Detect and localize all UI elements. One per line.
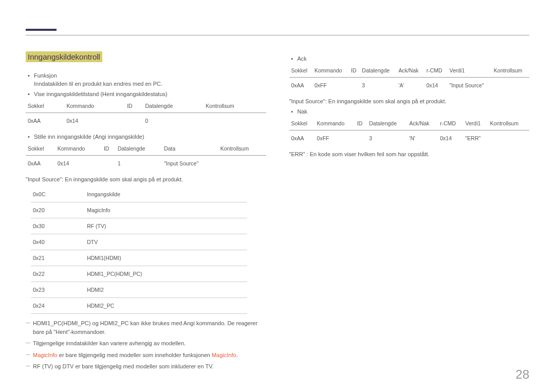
td: Inngangskilde	[85, 186, 247, 202]
magicinfo-red: MagicInfo	[33, 352, 58, 358]
th-kommando: Kommando	[315, 117, 355, 130]
th-acknak: Ack/Nak	[408, 117, 438, 130]
left-column: Inngangskildekontroll Funksjon Inndataki…	[26, 51, 266, 374]
th-kontrollsum: Kontrollsum	[492, 64, 529, 78]
note-3-end: .	[236, 352, 238, 358]
th-rcmd: r-CMD	[424, 64, 448, 78]
td: HDMI2	[85, 282, 247, 298]
td: "Input Source"	[162, 156, 218, 172]
td: 1	[116, 156, 162, 172]
input-source-desc-2: "Input Source": En inngangskilde som ska…	[289, 98, 530, 104]
td: HDMI1(HDMI)	[85, 250, 247, 266]
funksjon-desc: Inndatakilden til en produkt kan endres …	[34, 81, 266, 87]
td: 0xAA	[289, 78, 313, 94]
th-id: ID	[355, 117, 367, 130]
th-verdi1: Verdi1	[447, 64, 491, 78]
td: 3	[360, 78, 396, 94]
page-number: 28	[515, 367, 529, 382]
note-2: Tilgjengelige inndatakilder kan variere …	[33, 339, 266, 348]
td: MagicInfo	[85, 202, 247, 218]
th-acknak: Ack/Nak	[396, 64, 424, 78]
td: RF (TV)	[85, 218, 247, 234]
td	[355, 130, 367, 146]
td: 0xAA	[289, 130, 315, 146]
th-sokkel: Sokkel	[289, 117, 315, 130]
th-sokkel: Sokkel	[289, 64, 313, 78]
th-verdi1: Verdi1	[464, 117, 488, 130]
td: 0xAA	[26, 113, 64, 129]
th-kommando: Kommando	[64, 99, 125, 113]
table-stille: Sokkel Kommando ID Datalengde Data Kontr…	[26, 142, 266, 171]
td: HDMI2_PC	[85, 298, 247, 314]
th-id: ID	[102, 142, 116, 156]
nak-label: Nak	[298, 108, 530, 115]
td	[492, 78, 529, 94]
td: 0x21	[31, 250, 85, 266]
right-column: Ack Sokkel Kommando ID Datalengde Ack/Na…	[289, 51, 530, 374]
td	[203, 113, 266, 129]
input-source-desc: "Input Source": En inngangskilde som ska…	[26, 176, 266, 182]
section-title: Inngangskildekontroll	[26, 51, 102, 62]
td: 0x14	[64, 113, 125, 129]
td	[125, 113, 143, 129]
td	[488, 130, 529, 146]
ack-label: Ack	[298, 55, 530, 62]
td: 3	[367, 130, 407, 146]
td: 0	[143, 113, 204, 129]
td: 0x24	[31, 298, 85, 314]
magicinfo-red-2: MagicInfo	[212, 352, 236, 358]
td: 0x14	[438, 130, 463, 146]
table-vise: Sokkel Kommando ID Datalengde Kontrollsu…	[26, 99, 266, 128]
td: 0x14	[55, 156, 102, 172]
td: "ERR"	[464, 130, 488, 146]
top-border	[26, 35, 529, 35]
err-desc: "ERR" : En kode som viser hvilken feil s…	[289, 151, 530, 157]
note-3-mid: er bare tilgjengelig med modeller som in…	[58, 352, 212, 358]
th-kommando: Kommando	[312, 64, 349, 78]
td	[102, 156, 116, 172]
td	[349, 78, 360, 94]
table-nak: Sokkel Kommando ID Datalengde Ack/Nak r-…	[289, 117, 530, 146]
td: 0x40	[31, 234, 85, 250]
td: 0xFF	[312, 78, 349, 94]
th-id: ID	[349, 64, 360, 78]
td: 0x20	[31, 202, 85, 218]
th-datalengde: Datalengde	[143, 99, 204, 113]
th-kontrollsum: Kontrollsum	[203, 99, 266, 113]
td: 'A'	[396, 78, 424, 94]
td: DTV	[85, 234, 247, 250]
td: 0x22	[31, 266, 85, 282]
note-3: MagicInfo er bare tilgjengelig med model…	[33, 351, 266, 360]
th-kommando: Kommando	[55, 142, 102, 156]
th-id: ID	[125, 99, 143, 113]
th-datalengde: Datalengde	[116, 142, 162, 156]
table-sources: 0x0CInngangskilde 0x20MagicInfo 0x30RF (…	[31, 186, 247, 314]
th-datalengde: Datalengde	[367, 117, 407, 130]
th-kontrollsum: Kontrollsum	[218, 142, 266, 156]
td: "Input Source"	[447, 78, 491, 94]
td: 0x30	[31, 218, 85, 234]
td: 0xFF	[315, 130, 355, 146]
accent-bar	[26, 29, 57, 31]
th-kontrollsum: Kontrollsum	[488, 117, 529, 130]
vise-label: Vise inngangskildetilstand (Hent inngang…	[34, 91, 266, 97]
td: HDMI1_PC(HDMI_PC)	[85, 266, 247, 282]
th-datalengde: Datalengde	[360, 64, 396, 78]
th-rcmd: r-CMD	[438, 117, 463, 130]
td	[218, 156, 266, 172]
note-4: RF (TV) og DTV er bare tilgjengelig med …	[33, 362, 266, 371]
th-data: Data	[162, 142, 218, 156]
note-1: HDMI1_PC(HDMI_PC) og HDMI2_PC kan ikke b…	[33, 319, 266, 336]
td: 0x14	[424, 78, 448, 94]
th-sokkel: Sokkel	[26, 142, 55, 156]
td: 0x0C	[31, 186, 85, 202]
th-sokkel: Sokkel	[26, 99, 64, 113]
stille-label: Stille inn inngangskilde (Angi inngangsk…	[34, 134, 266, 140]
funksjon-label: Funksjon	[34, 72, 266, 79]
td: 'N'	[408, 130, 438, 146]
table-ack: Sokkel Kommando ID Datalengde Ack/Nak r-…	[289, 64, 530, 93]
td: 0xAA	[26, 156, 55, 172]
td: 0x23	[31, 282, 85, 298]
